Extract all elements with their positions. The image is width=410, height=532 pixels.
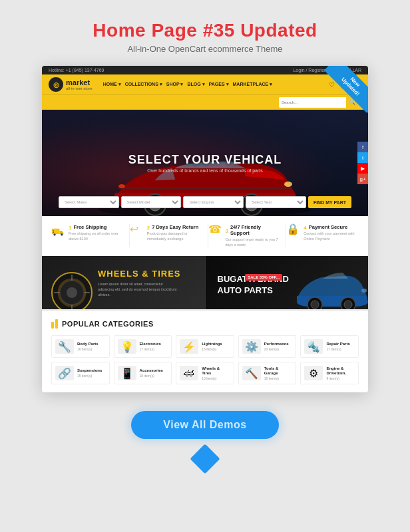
section-title: POPULAR CATEGORIES — [51, 319, 359, 329]
nav-shop[interactable]: SHOP ▾ — [166, 82, 184, 87]
cat-engine[interactable]: ⚙ Engine & Drivetrain. 9 item(s) — [300, 362, 359, 384]
cat-repair-parts[interactable]: 🔩 Repair Parts 17 item(s) — [300, 335, 359, 358]
hero-title: SELECT YOUR VEHICAL — [128, 153, 282, 167]
mockup-frame: NewUpdated! Hotline: +1 (845) 137-4769 L… — [42, 66, 368, 392]
return-icon: ↩ — [130, 224, 143, 235]
title-num: #35 — [203, 20, 235, 41]
bugatti-promo-text: SALE 35% OFF... BUGATTI BRANDAUTO PARTS — [215, 269, 289, 297]
hero-section: SELECT YOUR VEHICAL Over hundreds of bra… — [42, 110, 368, 216]
sale-badge: SALE 35% OFF... — [245, 274, 282, 281]
wheels-promo-text: WHEELS & TIRES Lorem ipsum dolor sit ame… — [98, 269, 181, 298]
feature-desc-1: Product was damaged or immediately excha… — [147, 231, 202, 241]
svg-point-12 — [61, 233, 63, 235]
nav-home[interactable]: HOME ▾ — [103, 82, 121, 87]
svg-point-16 — [67, 287, 77, 298]
make-select[interactable]: Select Make — [59, 196, 119, 208]
body-parts-img: 🔧 — [55, 339, 74, 354]
feature-shipping: 1 1 Free Shipping Free shipping on all o… — [51, 224, 130, 247]
electronics-info: Electronics 17 item(s) — [140, 342, 161, 351]
repair-parts-info: Repair Parts 17 item(s) — [326, 342, 349, 351]
diamond-decoration — [190, 444, 220, 474]
feature-desc-2: Our support team ready to you 7 days a w… — [226, 237, 281, 247]
nav-blog[interactable]: BLOG ▾ — [187, 82, 204, 87]
repair-parts-img: 🔩 — [304, 339, 323, 354]
electronics-img: 💡 — [118, 339, 136, 354]
logo-icon: ◎ — [49, 77, 63, 92]
model-select[interactable]: Select Model — [121, 196, 182, 208]
year-select[interactable]: Select Year — [246, 196, 306, 208]
wheels-desc: Lorem ipsum dolor sit amet, consectetur … — [98, 281, 178, 298]
logo[interactable]: ◎ market all-in-one store — [49, 77, 93, 92]
svg-point-11 — [53, 233, 55, 235]
cat-accessories[interactable]: 📱 Accessories 18 item(s) — [114, 362, 172, 384]
googleplus-icon[interactable]: g+ — [357, 174, 368, 184]
promo-bugatti[interactable]: SALE 35% OFF... BUGATTI BRANDAUTO PARTS — [205, 256, 369, 309]
social-icons: f t ▶ g+ — [357, 142, 368, 184]
cat-performance[interactable]: ⚙️ Performance 20 item(s) — [238, 335, 297, 358]
cat-wheels-tires[interactable]: 🏎 Wheels & Tires 13 item(s) — [176, 362, 234, 384]
support-text: 3 24/7 Friendly Support Our support team… — [226, 224, 281, 247]
cat-electronics[interactable]: 💡 Electronics 17 item(s) — [114, 335, 172, 358]
find-part-button[interactable]: FIND MY PART — [308, 196, 351, 208]
svg-point-9 — [118, 184, 125, 188]
svg-point-26 — [361, 289, 367, 293]
bar-2 — [55, 319, 58, 329]
nav-items: HOME ▾ COLLECTIONS ▾ SHOP ▾ BLOG ▾ PAGES… — [103, 82, 324, 87]
svg-point-8 — [284, 182, 292, 187]
nav-marketplace[interactable]: MARKETPLACE ▾ — [233, 82, 273, 87]
tools-garage-info: Tools & Garage 18 item(s) — [264, 366, 293, 380]
shipping-text: 1 Free Shipping Free shipping on all ord… — [69, 224, 124, 241]
bugatti-car-decoration — [295, 263, 368, 309]
return-text: 2 7 Days Easy Return Product was damaged… — [147, 224, 202, 241]
cat-tools-garage[interactable]: 🔨 Tools & Garage 18 item(s) — [238, 362, 297, 384]
tools-garage-img: 🔨 — [242, 366, 261, 380]
promo-wheels[interactable]: WHEELS & TIRES Lorem ipsum dolor sit ame… — [42, 256, 205, 309]
feature-desc-0: Free shipping on all order over above $1… — [69, 231, 124, 241]
title-pre: Home Page — [93, 20, 202, 41]
cat-suspensions[interactable]: 🔗 Suspensions 15 item(s) — [51, 362, 110, 384]
lightnings-img: ⚡ — [180, 339, 198, 354]
payment-text: 4 Payment Secure Contact with your payme… — [304, 224, 359, 241]
feature-desc-3: Contact with your payment with Online Pa… — [304, 231, 359, 241]
twitter-icon[interactable]: t — [357, 152, 368, 163]
feature-payment: 🔒 4 Payment Secure Contact with your pay… — [286, 224, 359, 247]
engine-info: Engine & Drivetrain. 9 item(s) — [326, 366, 355, 380]
title-post: Updated — [235, 20, 317, 41]
svg-point-23 — [344, 301, 352, 309]
nav-pages[interactable]: PAGES ▾ — [209, 82, 229, 87]
feature-return: ↩ 2 7 Days Easy Return Product was damag… — [130, 224, 208, 247]
view-all-demos-button[interactable]: View All Demos — [131, 411, 278, 439]
ribbon: NewUpdated! — [315, 66, 368, 119]
categories-title: POPULAR CATEGORIES — [62, 320, 154, 328]
support-icon: ☎ — [208, 224, 222, 235]
suspensions-info: Suspensions 15 item(s) — [77, 368, 102, 378]
accessories-info: Accessories 18 item(s) — [140, 368, 163, 378]
nav-collections[interactable]: COLLECTIONS ▾ — [125, 82, 162, 87]
facebook-icon[interactable]: f — [357, 142, 368, 152]
wheels-tires-info: Wheels & Tires 13 item(s) — [202, 366, 230, 380]
feature-title-1: 7 Days Easy Return — [152, 224, 198, 230]
performance-info: Performance 20 item(s) — [264, 342, 289, 351]
hero-text: SELECT YOUR VEHICAL Over hundreds of bra… — [128, 153, 282, 173]
bar-1 — [51, 322, 54, 329]
body-parts-info: Body Parts 16 item(s) — [77, 342, 99, 351]
svg-point-25 — [311, 301, 319, 309]
bottom-section: View All Demos — [131, 411, 278, 469]
lightnings-info: Lightnings 16 item(s) — [202, 342, 222, 351]
feature-title-3: Payment Secure — [309, 224, 347, 230]
promo-banners: WHEELS & TIRES Lorem ipsum dolor sit ame… — [42, 256, 368, 309]
shipping-icon: 1 — [51, 224, 65, 239]
page-header: Home Page #35 Updated All-in-One OpenCar… — [93, 20, 317, 54]
svg-text:1: 1 — [53, 229, 55, 233]
categories-grid: 🔧 Body Parts 16 item(s) 💡 Electronics 17… — [51, 335, 359, 384]
youtube-icon[interactable]: ▶ — [357, 163, 368, 174]
payment-icon: 🔒 — [286, 224, 300, 235]
suspensions-img: 🔗 — [55, 366, 74, 380]
cat-body-parts[interactable]: 🔧 Body Parts 16 item(s) — [51, 335, 110, 358]
cat-lightnings[interactable]: ⚡ Lightnings 16 item(s) — [176, 335, 234, 358]
engine-select[interactable]: Select Engine — [183, 196, 244, 208]
ribbon-label: NewUpdated! — [324, 66, 368, 113]
hotline-text: Hotline: +1 (845) 137-4769 — [49, 68, 104, 72]
wheels-title: WHEELS & TIRES — [98, 269, 181, 279]
wheels-tires-img: 🏎 — [180, 366, 198, 380]
